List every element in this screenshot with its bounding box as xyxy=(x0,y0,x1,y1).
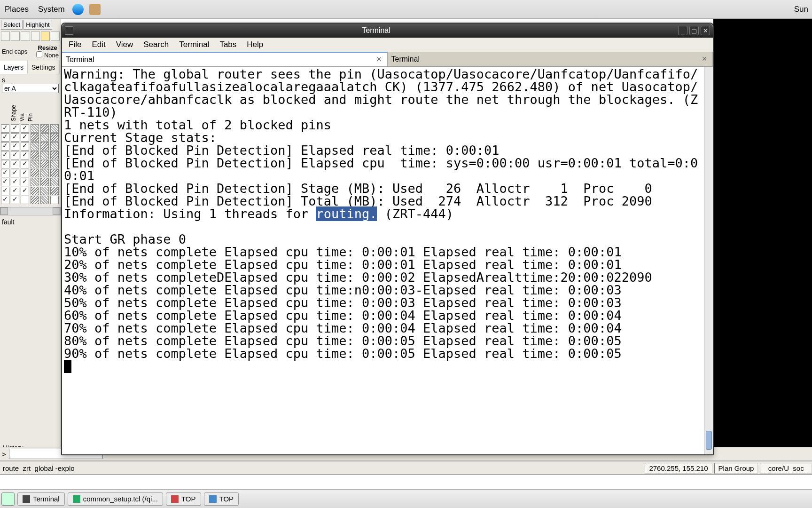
check-icon[interactable] xyxy=(21,196,29,204)
swatch-icon[interactable] xyxy=(50,187,59,195)
swatch-icon[interactable] xyxy=(31,151,39,159)
swatch-icon[interactable] xyxy=(40,196,49,204)
check-icon[interactable] xyxy=(11,124,19,133)
swatch-icon[interactable] xyxy=(50,151,59,159)
swatch-icon[interactable] xyxy=(40,187,49,195)
swatch-icon[interactable] xyxy=(40,160,49,168)
tab-settings[interactable]: Settings xyxy=(28,61,60,74)
zoom-out-icon[interactable] xyxy=(21,32,30,41)
task-terminal[interactable]: Terminal xyxy=(17,492,65,506)
terminal-output[interactable]: Warning: The global router sees the pin … xyxy=(62,67,704,454)
close-button[interactable]: ✕ xyxy=(701,26,710,35)
scroll-right-icon[interactable] xyxy=(53,207,60,215)
file-manager-icon[interactable] xyxy=(89,4,101,15)
menu-search[interactable]: Search xyxy=(139,39,173,51)
swatch-icon[interactable] xyxy=(40,151,49,159)
swatch-icon[interactable] xyxy=(40,124,49,133)
check-icon[interactable] xyxy=(11,133,19,142)
swatch-icon[interactable] xyxy=(31,160,39,168)
swatch-icon[interactable] xyxy=(31,178,39,186)
tab-layers[interactable]: Layers xyxy=(0,61,28,74)
check-icon[interactable] xyxy=(21,124,29,133)
check-icon[interactable] xyxy=(1,178,9,186)
terminal-titlebar[interactable]: Terminal _ ▢ ✕ xyxy=(62,24,713,38)
swatch-icon[interactable] xyxy=(31,124,39,133)
check-icon[interactable] xyxy=(1,187,9,195)
menu-file[interactable]: File xyxy=(64,39,86,51)
check-icon[interactable] xyxy=(1,160,9,168)
check-icon[interactable] xyxy=(1,151,9,159)
highlight-mode[interactable]: Highlight xyxy=(23,20,52,30)
check-icon[interactable] xyxy=(11,142,19,151)
check-icon[interactable] xyxy=(1,169,9,177)
task-editor[interactable]: common_setup.tcl (/qi... xyxy=(68,492,163,506)
tab-close-icon[interactable]: × xyxy=(375,56,383,64)
swatch-icon[interactable] xyxy=(31,196,39,204)
scroll-thumb[interactable] xyxy=(706,431,712,450)
swatch-icon[interactable] xyxy=(31,142,39,151)
terminal-tab[interactable]: Terminal × xyxy=(388,52,713,66)
swatch-icon[interactable] xyxy=(50,169,59,177)
ruler-icon[interactable] xyxy=(31,32,40,41)
check-icon[interactable] xyxy=(21,151,29,159)
check-icon[interactable] xyxy=(11,187,19,195)
check-icon[interactable] xyxy=(11,151,19,159)
eda-canvas[interactable] xyxy=(713,19,812,475)
swatch-icon[interactable] xyxy=(40,178,49,186)
show-desktop-icon[interactable] xyxy=(1,492,15,506)
browser-icon[interactable] xyxy=(72,4,84,15)
check-icon[interactable] xyxy=(21,133,29,142)
swatch-icon[interactable] xyxy=(40,169,49,177)
check-icon[interactable] xyxy=(21,178,29,186)
menu-tabs[interactable]: Tabs xyxy=(215,39,241,51)
select-mode[interactable]: Select xyxy=(1,20,23,30)
swatch-icon[interactable] xyxy=(50,133,59,142)
panel-places[interactable]: Places xyxy=(0,2,33,17)
task-top-2[interactable]: TOP xyxy=(204,492,239,506)
swatch-icon[interactable] xyxy=(31,187,39,195)
swatch-icon[interactable] xyxy=(50,124,59,133)
layer-icon[interactable] xyxy=(51,32,60,41)
check-icon[interactable] xyxy=(21,142,29,151)
layer-hscroll[interactable] xyxy=(0,207,61,215)
swatch-icon[interactable] xyxy=(50,142,59,151)
menu-view[interactable]: View xyxy=(111,39,138,51)
check-icon[interactable] xyxy=(21,187,29,195)
swatch-icon[interactable] xyxy=(40,133,49,142)
tab-close-icon[interactable]: × xyxy=(700,55,709,64)
check-icon[interactable] xyxy=(21,160,29,168)
swatch-icon[interactable] xyxy=(31,133,39,142)
scroll-left-icon[interactable] xyxy=(0,207,8,215)
swatch-icon[interactable] xyxy=(50,160,59,168)
scroll-track[interactable] xyxy=(705,67,713,454)
terminal-body: Warning: The global router sees the pin … xyxy=(62,67,713,454)
check-icon[interactable] xyxy=(21,169,29,177)
menu-help[interactable]: Help xyxy=(242,39,268,51)
minimize-button[interactable]: _ xyxy=(678,26,687,35)
check-icon[interactable] xyxy=(1,133,9,142)
swatch-icon[interactable] xyxy=(50,178,59,186)
check-icon[interactable] xyxy=(1,196,9,204)
terminal-tab[interactable]: Terminal × xyxy=(62,52,388,66)
check-icon[interactable] xyxy=(11,169,19,177)
check-icon[interactable] xyxy=(1,124,9,133)
zoom-in-icon[interactable] xyxy=(11,32,20,41)
layer-filter-select[interactable]: er A xyxy=(2,84,59,93)
maximize-button[interactable]: ▢ xyxy=(689,26,699,35)
check-icon[interactable] xyxy=(1,142,9,151)
check-icon[interactable] xyxy=(11,196,19,204)
task-top-1[interactable]: TOP xyxy=(166,492,201,506)
zoom-fit-icon[interactable] xyxy=(1,32,10,41)
select-icon[interactable] xyxy=(41,32,50,41)
resize-none-check[interactable] xyxy=(36,51,42,57)
menu-edit[interactable]: Edit xyxy=(87,39,110,51)
menu-terminal[interactable]: Terminal xyxy=(174,39,214,51)
check-icon[interactable] xyxy=(11,160,19,168)
swatch-icon[interactable] xyxy=(50,196,59,204)
swatch-icon[interactable] xyxy=(40,142,49,151)
check-icon[interactable] xyxy=(11,178,19,186)
panel-system[interactable]: System xyxy=(33,2,70,17)
layer-filter[interactable]: s er A xyxy=(2,76,59,93)
swatch-icon[interactable] xyxy=(31,169,39,177)
terminal-scrollbar[interactable] xyxy=(704,67,713,454)
